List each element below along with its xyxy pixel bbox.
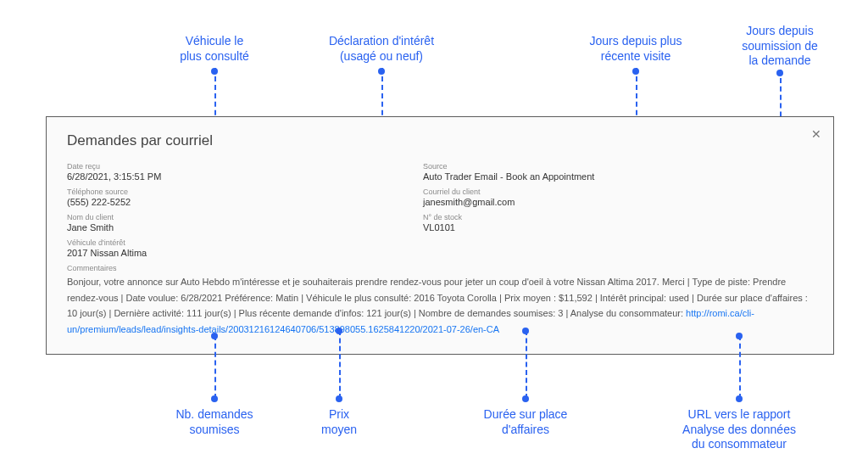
label-email: Courriel du client [423, 188, 728, 196]
card-right-column: Source Auto Trader Email - Book an Appoi… [423, 156, 728, 258]
connector-line [739, 335, 741, 399]
email-request-card: ✕ Demandes par courriel Date reçu 6/28/2… [46, 116, 834, 355]
connector-dot [336, 395, 342, 402]
connector-dot [632, 68, 639, 75]
annotation-vehicle-most-viewed: Véhicule leplus consulté [147, 34, 282, 64]
label-phone: Téléphone source [67, 188, 372, 196]
annotation-insights-url: URL vers le rapportAnalyse des donnéesdu… [671, 407, 807, 452]
label-date-received: Date reçu [67, 162, 372, 171]
annotation-submitted-count: Nb. demandessoumises [147, 407, 282, 437]
connector-dot [736, 395, 743, 402]
connector-dot [336, 328, 342, 334]
card-title: Demandes par courriel [67, 132, 813, 149]
value-name: Jane Smith [67, 222, 372, 232]
connector-dot [522, 395, 529, 402]
value-email: janesmith@gmail.com [423, 197, 728, 207]
value-phone: (555) 222-5252 [67, 197, 372, 207]
connector-line [214, 335, 216, 399]
annotation-avg-price: Prixmoyen [271, 407, 407, 437]
annotation-days-since-submit: Jours depuissoumission dela demande [712, 24, 848, 69]
label-source: Source [423, 162, 728, 171]
card-left-column: Date reçu 6/28/2021, 3:15:51 PM Téléphon… [67, 156, 372, 258]
label-vehicle: Véhicule d'intérêt [67, 238, 372, 247]
annotation-interest-declaration: Déclaration d'intérêt(usagé ou neuf) [314, 34, 449, 64]
comments-body: Bonjour, votre annonce sur Auto Hebdo m'… [67, 274, 813, 338]
label-name: Nom du client [67, 213, 372, 221]
connector-dot [378, 68, 385, 75]
connector-dot [736, 333, 743, 339]
close-icon[interactable]: ✕ [811, 127, 821, 141]
value-date-received: 6/28/2021, 3:15:51 PM [67, 171, 372, 182]
annotation-time-on-site: Durée sur placed'affaires [458, 407, 593, 437]
connector-line [526, 330, 527, 399]
connector-dot [211, 68, 218, 75]
connector-dot [522, 328, 529, 334]
connector-dot [776, 70, 783, 76]
value-source: Auto Trader Email - Book an Appointment [423, 171, 728, 182]
annotation-days-since-visit: Jours depuis plusrécente visite [568, 34, 704, 64]
value-stock: VL0101 [423, 222, 728, 232]
connector-line [339, 330, 341, 399]
connector-dot [211, 333, 218, 339]
value-vehicle: 2017 Nissan Altima [67, 248, 372, 258]
label-comments: Commentaires [67, 264, 813, 272]
label-stock: N° de stock [423, 213, 728, 221]
connector-dot [211, 395, 218, 402]
